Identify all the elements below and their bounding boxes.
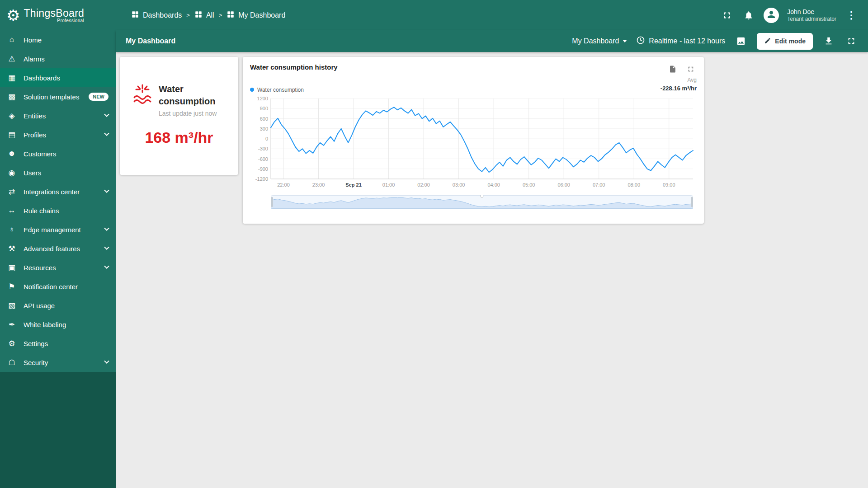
sidebar-item-profiles[interactable]: ▤Profiles	[0, 125, 116, 144]
breadcrumb-separator: >	[186, 12, 190, 19]
water-value: 168 m³/hr	[120, 129, 238, 146]
advanced-icon: ⚒	[6, 244, 17, 253]
expand-icon	[846, 36, 856, 46]
chevron-down-icon	[104, 264, 109, 269]
more-menu-icon[interactable]: ⋮	[844, 9, 858, 21]
edge-icon: ♁	[6, 225, 17, 234]
dashboard-selector[interactable]: My Dashboard	[572, 37, 627, 45]
sidebar-item-label: API usage	[24, 302, 55, 310]
svg-text:300: 300	[260, 126, 268, 131]
sidebar-item-integrations-center[interactable]: ⇄Integrations center	[0, 182, 116, 201]
sidebar-item-customers[interactable]: ☻Customers	[0, 144, 116, 163]
sidebar-item-label: Edge management	[24, 226, 81, 234]
sidebar-item-dashboards[interactable]: ▦Dashboards	[0, 68, 116, 87]
svg-text:02:00: 02:00	[417, 182, 430, 188]
file-export-icon	[669, 65, 677, 73]
sidebar-item-rule-chains[interactable]: ↔Rule chains	[0, 201, 116, 220]
users-icon: ◉	[6, 168, 17, 178]
sidebar-item-label: Home	[24, 36, 42, 44]
sidebar-item-label: Dashboards	[24, 74, 60, 82]
brand-logo[interactable]: ⚙ ThingsBoard Professional	[0, 0, 116, 30]
breadcrumb-item-my-dashboard[interactable]: My Dashboard	[226, 10, 285, 20]
breadcrumb-separator: >	[219, 12, 222, 19]
agg-value: -228.16 m³/hr	[660, 84, 697, 93]
water-history-widget: Water consumption history	[243, 57, 704, 224]
sidebar-item-edge-management[interactable]: ♁Edge management	[0, 220, 116, 239]
edit-mode-button[interactable]: Edit mode	[757, 33, 813, 50]
svg-text:22:00: 22:00	[277, 182, 290, 188]
avatar[interactable]	[764, 8, 779, 23]
water-widget-subtitle: Last update just now	[159, 110, 232, 117]
sidebar-item-notification-center[interactable]: ⚑Notification center	[0, 277, 116, 296]
user-info[interactable]: John Doe Tenant administrator	[787, 8, 836, 23]
waves-icon	[132, 83, 153, 107]
integrations-icon: ⇄	[6, 187, 17, 197]
chevron-down-icon	[104, 226, 109, 231]
dashboard-image-button[interactable]	[734, 34, 748, 48]
home-icon: ⌂	[6, 35, 17, 44]
notifications-button[interactable]	[742, 9, 755, 22]
sidebar-item-advanced-features[interactable]: ⚒Advanced features	[0, 239, 116, 258]
sidebar-item-label: Entities	[24, 112, 46, 120]
sidebar-item-api-usage[interactable]: ▧API usage	[0, 296, 116, 315]
sidebar-item-label: Resources	[24, 264, 56, 272]
dashboard-grid-icon	[131, 10, 139, 20]
export-data-button[interactable]	[667, 63, 679, 75]
svg-text:09:00: 09:00	[663, 182, 675, 188]
fullscreen-button[interactable]	[720, 9, 734, 22]
sidebar-item-label: Settings	[24, 340, 48, 347]
chevron-down-icon	[623, 40, 627, 42]
sidebar-nav: ⌂Home⚠Alarms▦Dashboards▩Solution templat…	[0, 30, 116, 372]
svg-text:-300: -300	[258, 146, 268, 151]
customers-icon: ☻	[6, 149, 17, 158]
dashboard-grid-icon	[226, 10, 235, 20]
expand-dashboard-button[interactable]	[844, 34, 858, 48]
sidebar-item-entities[interactable]: ◈Entities	[0, 106, 116, 125]
rule-chains-icon: ↔	[6, 206, 17, 215]
sidebar-item-alarms[interactable]: ⚠Alarms	[0, 49, 116, 68]
chart-navigator-wrap	[271, 195, 697, 209]
timewindow-label: Realtime - last 12 hours	[649, 37, 725, 45]
chevron-down-icon	[104, 188, 109, 193]
sidebar-item-label: Advanced features	[24, 245, 80, 253]
widget-fullscreen-button[interactable]	[685, 63, 697, 75]
sidebar-item-security[interactable]: ☖Security	[0, 353, 116, 372]
solution-templates-icon: ▩	[6, 92, 17, 102]
security-icon: ☖	[6, 358, 17, 367]
sidebar-item-label: Alarms	[24, 55, 45, 63]
api-icon: ▧	[6, 301, 17, 310]
line-chart[interactable]: 12009006003000-300-600-900-120022:0023:0…	[250, 95, 697, 192]
app-root: ⚙ ThingsBoard Professional ⌂Home⚠Alarms▦…	[0, 0, 868, 488]
svg-text:04:00: 04:00	[487, 182, 500, 188]
settings-icon: ⚙	[6, 339, 17, 348]
svg-text:-600: -600	[258, 156, 268, 161]
sidebar-item-settings[interactable]: ⚙Settings	[0, 334, 116, 353]
brand-text: ThingsBoard Professional	[24, 7, 84, 23]
user-role: Tenant administrator	[787, 16, 836, 23]
breadcrumb-item-all[interactable]: All	[194, 10, 214, 20]
fullscreen-icon	[722, 10, 732, 20]
legend-item[interactable]: Water consumption	[250, 87, 304, 93]
timewindow-button[interactable]: Realtime - last 12 hours	[636, 36, 725, 47]
breadcrumb-label: My Dashboard	[238, 11, 285, 19]
breadcrumb-item-dashboards[interactable]: Dashboards	[131, 10, 182, 20]
sidebar-item-label: Security	[24, 359, 48, 366]
dashboard-grid-icon	[194, 10, 203, 20]
user-icon	[766, 9, 777, 22]
download-icon	[824, 36, 834, 46]
sidebar-item-white-labeling[interactable]: ✒White labeling	[0, 315, 116, 334]
svg-text:01:00: 01:00	[382, 182, 395, 188]
sidebar-item-home[interactable]: ⌂Home	[0, 30, 116, 49]
resources-icon: ▣	[6, 263, 17, 272]
sidebar-item-solution-templates[interactable]: ▩Solution templatesNEW	[0, 87, 116, 106]
pencil-icon	[764, 37, 771, 46]
sidebar-item-resources[interactable]: ▣Resources	[0, 258, 116, 277]
alarms-icon: ⚠	[6, 54, 17, 64]
water-consumption-widget[interactable]: Water consumption Last update just now 1…	[120, 57, 238, 175]
dashboard-content: Water consumption Last update just now 1…	[116, 52, 868, 488]
chart-navigator[interactable]	[271, 195, 693, 209]
sidebar-item-label: Solution templates	[24, 93, 79, 101]
sidebar-item-users[interactable]: ◉Users	[0, 163, 116, 182]
svg-text:23:00: 23:00	[312, 182, 325, 188]
download-button[interactable]	[822, 34, 835, 48]
